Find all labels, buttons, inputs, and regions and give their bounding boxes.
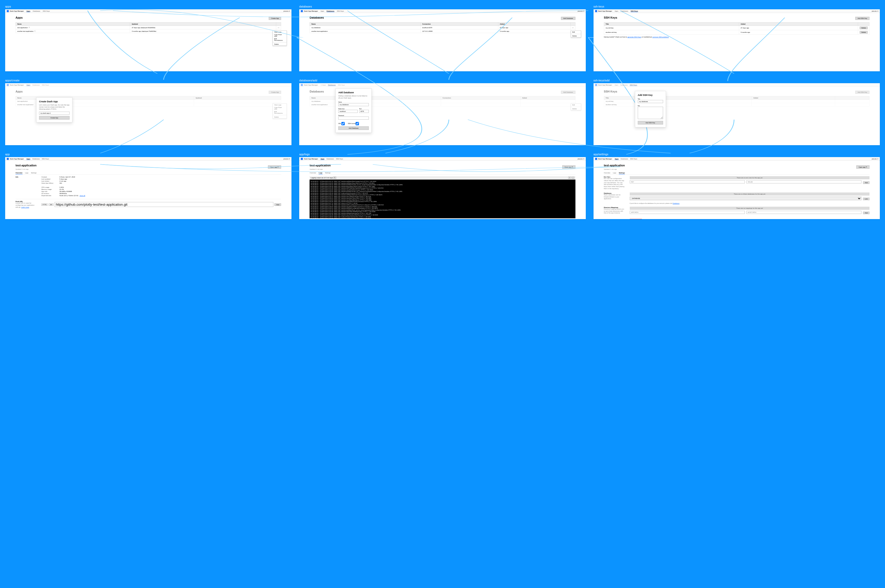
copy-url-button[interactable]: copy — [274, 203, 281, 206]
add-ssh-key-button[interactable]: Add SSH Key — [855, 17, 870, 20]
nav-ssh[interactable]: SSH Keys — [42, 158, 49, 160]
db-name-input[interactable] — [338, 103, 369, 106]
https-toggle[interactable]: HTTPS — [41, 204, 48, 206]
col-name: Name — [16, 22, 130, 26]
tab-settings[interactable]: Settings — [325, 171, 331, 174]
ctx-delete[interactable]: Delete — [273, 43, 286, 45]
app-updated: Updated 1 min ago — [15, 168, 36, 170]
external-link-icon[interactable]: ⇱ — [35, 30, 36, 32]
nav-apps[interactable]: Apps — [615, 10, 619, 12]
logo-icon — [7, 158, 9, 160]
push-url-input[interactable] — [54, 202, 273, 207]
ctx-copy-push[interactable]: Copy Push URL — [273, 33, 286, 38]
db-link-button[interactable]: Link — [863, 198, 870, 200]
create-app-submit[interactable]: Create App — [39, 116, 69, 120]
apps-table: Name Updated test-application ⇱ 27 days … — [15, 22, 281, 33]
external-link-icon[interactable]: ⇱ — [29, 27, 30, 28]
tab-settings[interactable]: Settings — [31, 171, 37, 174]
brand: Dash App Manager — [10, 10, 24, 12]
logo-icon — [595, 10, 597, 12]
tab-overview[interactable]: Overview — [604, 171, 610, 174]
learn-more-link[interactable]: Learn more — [21, 206, 29, 208]
tab-settings[interactable]: Settings — [619, 171, 625, 174]
nav-databases[interactable]: Databases — [32, 158, 40, 160]
open-app-button[interactable]: Open app ⇱ — [268, 165, 281, 169]
open-app-button[interactable]: Open app ⇱ — [562, 165, 575, 169]
ssh-key-textarea[interactable] — [638, 107, 663, 119]
board-label: ssh-keys/add — [593, 79, 880, 82]
nav-apps[interactable]: Apps — [321, 10, 324, 12]
nav-databases[interactable]: Databases — [33, 10, 40, 12]
tab-overview[interactable]: Overview — [15, 171, 23, 174]
ctx-delete[interactable]: Delete — [571, 34, 581, 37]
ssh-title-input[interactable] — [638, 100, 663, 103]
ssl-checkbox[interactable] — [342, 122, 345, 125]
table-row[interactable]: my-databaselocalhost:637927 days ago⋯ — [310, 26, 575, 30]
nav-ssh[interactable]: SSH Keys — [631, 10, 638, 12]
delete-key-button[interactable]: Delete — [859, 27, 868, 29]
dir-add-button[interactable]: Add — [863, 212, 870, 214]
create-app-button[interactable]: Create App — [269, 17, 281, 20]
logo-icon — [7, 10, 9, 12]
ctx-edit-perm[interactable]: Edit Permissions — [273, 38, 286, 42]
board-label: apps/create — [5, 79, 292, 82]
user-menu[interactable]: jakedex ▾ — [578, 10, 584, 12]
user-menu[interactable]: jakedex ▾ — [872, 10, 878, 12]
ssh-help-text: Having trouble? Check out how to generat… — [604, 36, 870, 38]
dir-app-input[interactable] — [630, 211, 745, 214]
db-host-input[interactable] — [338, 110, 358, 113]
ssh-tunnel-checkbox[interactable] — [355, 122, 359, 125]
tab-overview[interactable]: Overview — [310, 171, 316, 174]
open-app-button[interactable]: Open app ⇱ — [856, 165, 870, 169]
user-menu[interactable]: jakedex ▾ — [283, 10, 290, 12]
log-terminal[interactable]: 64.242.88.10 - - [07/Mar/2004:16:22:10 -… — [310, 180, 575, 218]
board-label: databases — [299, 5, 585, 8]
context-menu: View Logs Copy Push URL Edit Permissions… — [272, 30, 287, 46]
deps-showall-link[interactable]: show all — [80, 195, 85, 196]
add-ssh-submit[interactable]: Add SSH Key — [638, 121, 663, 124]
delete-key-button[interactable]: Delete — [859, 31, 868, 34]
app-name-input[interactable] — [39, 112, 69, 115]
db-config-link[interactable]: Databases — [673, 202, 679, 204]
env-key-input[interactable] — [630, 180, 745, 183]
board-label: app/settings — [593, 153, 880, 156]
db-select[interactable]: DATABASE — [630, 196, 861, 200]
db-empty: There are no linked databases for this a… — [630, 192, 870, 196]
table-row: my-ssh-key27 days agoDelete — [604, 26, 869, 30]
ssh-problems-link[interactable]: common SSH problems — [652, 36, 668, 38]
download-icon[interactable]: ⤓ — [572, 177, 574, 179]
ctx-edit[interactable]: Edit — [571, 31, 581, 33]
nav-databases[interactable]: Databases — [327, 10, 334, 12]
db-port-input[interactable] — [359, 110, 369, 113]
tab-logs[interactable]: Logs — [613, 171, 616, 174]
user-menu[interactable]: jakedex ▾ — [283, 158, 290, 160]
env-add-button[interactable]: Add — [863, 182, 870, 184]
db-password-input[interactable] — [338, 117, 369, 120]
share-icon[interactable]: ⇪ — [568, 177, 571, 179]
table-row[interactable]: test-application ⇱ 27 days ago (deployed… — [16, 26, 281, 30]
add-database-button[interactable]: Add Database — [561, 17, 575, 20]
logo-icon — [301, 10, 303, 12]
modal-desc: Let's name your Dash app. Do note that a… — [39, 104, 69, 110]
nav-ssh[interactable]: SSH Keys — [337, 10, 344, 12]
board-label: ssh-keys — [593, 5, 880, 8]
env-value-input[interactable] — [747, 180, 861, 183]
ctx-view-logs[interactable]: View Logs — [273, 31, 286, 33]
nav-apps[interactable]: Apps — [26, 10, 30, 12]
nav-apps[interactable]: Apps — [26, 158, 30, 160]
dir-host-input[interactable] — [747, 211, 861, 214]
ssh-toggle[interactable]: SSH — [49, 204, 53, 206]
table-row[interactable]: another-test-application ⇱ 3 months ago … — [16, 30, 281, 33]
board-label: app/logs — [299, 153, 585, 156]
nav-databases[interactable]: Databases — [621, 10, 628, 12]
add-database-submit[interactable]: Add Database — [338, 126, 369, 130]
refresh-icon[interactable]: ↻ — [333, 177, 336, 179]
table-row: another-ssh-key3 months agoDelete — [604, 30, 869, 34]
table-row[interactable]: another-test-application127.0.0.1:80003 … — [310, 30, 575, 33]
page-title: Databases — [310, 16, 324, 19]
tab-logs[interactable]: Logs — [319, 171, 322, 174]
add-database-modal: Add Database Adding a database allows it… — [336, 88, 372, 133]
tab-logs[interactable]: Logs — [25, 171, 29, 174]
nav-ssh[interactable]: SSH Keys — [43, 10, 50, 12]
gen-ssh-link[interactable]: generate SSH Keys — [628, 36, 641, 38]
